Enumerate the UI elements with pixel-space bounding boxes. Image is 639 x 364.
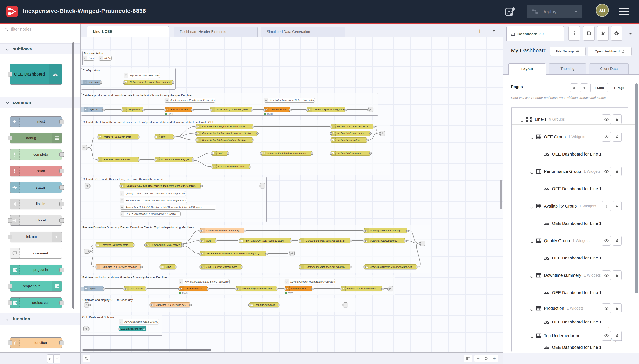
node-linkout4[interactable]: [380, 131, 385, 136]
palette-category-function[interactable]: function: [0, 313, 80, 325]
visibility-eye-button[interactable]: [602, 270, 611, 280]
palette-node-function[interactable]: ƒfunction: [10, 338, 62, 348]
node-downdata7[interactable]: DowntimeData: [285, 286, 312, 291]
node-linkin5[interactable]: [85, 183, 90, 188]
zoom-in-button[interactable]: +: [490, 355, 498, 362]
sidebar-menu-caret-icon[interactable]: [629, 32, 632, 35]
node-linkout6[interactable]: [420, 241, 425, 246]
zoom-reset-button[interactable]: [482, 355, 490, 362]
node-calctarget4[interactable]: Calculate the total target output of tod…: [196, 138, 253, 142]
visibility-eye-button[interactable]: [602, 114, 611, 124]
node-inject7[interactable]: inject ↻: [84, 286, 104, 291]
chevron-down-icon[interactable]: [530, 136, 533, 138]
chevron-down-icon[interactable]: [530, 170, 533, 172]
node-calcoee5[interactable]: Calculate OEE and other metrics, then st…: [120, 183, 201, 188]
chevron-down-icon[interactable]: [530, 307, 533, 309]
node-retrievedown4[interactable]: Retrieve Downtime Data: [98, 157, 139, 162]
unlock-button[interactable]: [612, 201, 622, 211]
visibility-eye-button[interactable]: [602, 331, 611, 340]
tree-row-widget-10[interactable]: OEE Dashboard for Line 1: [512, 288, 639, 298]
palette-node-status[interactable]: status: [10, 182, 62, 193]
expand-all-pages-button[interactable]: [580, 84, 588, 92]
node-calcsum6[interactable]: ƒCalculate Downtime Summery: [200, 228, 244, 233]
node-setoeetrend8[interactable]: set msg.oeeTrend: [249, 302, 279, 308]
sidebar-scrollbar[interactable]: [635, 84, 638, 294]
node-setrecent6[interactable]: set msg.recentDowntime: [364, 238, 405, 243]
palette-node-project-out[interactable]: project out: [10, 281, 62, 292]
node-license[interactable]: License: [83, 56, 95, 60]
node-split6a[interactable]: split: [200, 238, 216, 243]
palette-node-catch[interactable]: catch: [10, 166, 62, 176]
node-oeedash9[interactable]: OEE Dashboard for Line 1: [119, 326, 146, 331]
unlock-button[interactable]: [612, 270, 622, 280]
debug-bug-button[interactable]: [597, 26, 608, 40]
visibility-eye-button[interactable]: [602, 201, 611, 211]
node-timestamp[interactable]: timestamp ↻: [82, 80, 101, 85]
deploy-button[interactable]: Deploy: [527, 5, 582, 18]
chevron-down-icon[interactable]: [520, 118, 523, 120]
palette-node-inject[interactable]: inject: [10, 116, 62, 127]
info-button[interactable]: [568, 26, 580, 40]
flow-tab-3[interactable]: Simulated Data Generation: [260, 27, 346, 37]
chevron-down-icon[interactable]: [530, 205, 533, 207]
node-linkin9[interactable]: [84, 326, 89, 331]
node-sortoee6[interactable]: Sort OEE from worst to best: [200, 264, 241, 270]
unlock-button[interactable]: [612, 331, 622, 340]
inject-button[interactable]: [81, 107, 84, 112]
node-combine6a[interactable]: Combine the data back into an array.: [299, 238, 350, 243]
node-retrievedown6[interactable]: Retrieve Downtime Data: [96, 242, 134, 248]
unlock-button[interactable]: [612, 304, 622, 313]
tree-row-widget-4[interactable]: OEE Dashboard for Line 1: [512, 184, 639, 194]
node-storedown7[interactable]: store in msg.DowntimeData: [341, 286, 382, 291]
node-storeprod3[interactable]: store in msg.production_data: [210, 107, 252, 112]
add-page-button[interactable]: + Page: [610, 83, 628, 92]
unlock-button[interactable]: [612, 166, 622, 176]
edit-settings-button[interactable]: Edit Settings: [550, 47, 585, 56]
user-avatar[interactable]: su: [596, 4, 609, 17]
node-readme[interactable]: README: [99, 56, 112, 60]
deploy-caret-icon[interactable]: [574, 10, 578, 13]
palette-node-link-in[interactable]: link in: [10, 199, 62, 209]
node-linkout6b[interactable]: [289, 251, 294, 256]
unlock-button[interactable]: [612, 132, 622, 142]
node-calcday8[interactable]: ƒcalculate OEE for each day: [150, 302, 190, 308]
flow-canvas[interactable]: DocumentationConfigurationRetrieve produ…: [81, 37, 503, 352]
palette-scrollbar[interactable]: [73, 42, 74, 309]
node-a5[interactable]: Availavity = (Total Shift Duration - Tot…: [120, 204, 216, 210]
navigator-button[interactable]: [464, 355, 472, 362]
node-ki9[interactable]: Key Instructions: Read Before Proceeding: [119, 319, 159, 324]
node-setflowdown4[interactable]: set flow.total_downtime: [331, 150, 370, 156]
node-storeprod7[interactable]: store in msg.ProductionData: [236, 286, 277, 291]
flow-tab-2[interactable]: Dashboard Header Elements: [174, 27, 258, 37]
node-inject3[interactable]: inject ↻: [83, 107, 103, 112]
inject-button[interactable]: [81, 80, 83, 85]
node-split4b[interactable]: split: [212, 150, 228, 156]
inject-button[interactable]: [81, 286, 84, 291]
zoom-out-button[interactable]: −: [474, 355, 482, 362]
config-gear-button[interactable]: [611, 26, 622, 40]
tree-row-widget-6[interactable]: OEE Dashboard for Line 1: [512, 218, 639, 228]
sidebar-tab-layout[interactable]: Layout: [508, 63, 546, 74]
node-split4a[interactable]: split: [155, 134, 174, 139]
chevron-down-icon[interactable]: [530, 274, 533, 276]
palette-search-input[interactable]: filter nodes: [0, 24, 80, 35]
node-setshift2[interactable]: Set and store the current line and shift…: [124, 80, 173, 85]
node-retrieveprod4[interactable]: Retrieve Production Data: [98, 134, 139, 139]
unlock-button[interactable]: [612, 236, 622, 246]
node-linkout3[interactable]: [368, 107, 373, 112]
node-storedown3[interactable]: store in msg.downtime_data: [307, 107, 345, 112]
flow-tab-1[interactable]: Line-1 OEE: [87, 26, 169, 37]
tree-row-widget-14[interactable]: OEE Dashboard for Line 1: [512, 342, 639, 352]
palette-category-common[interactable]: common: [0, 97, 80, 108]
node-ki3a[interactable]: Key Instructions: Read Before Proceeding: [165, 98, 215, 102]
node-linkout8[interactable]: [343, 302, 348, 308]
tree-row-widget-2[interactable]: OEE Dashboard for Line 1: [512, 149, 639, 159]
node-o5[interactable]: OEE = (Availability) * (Performance) * (…: [120, 211, 181, 216]
add-link-button[interactable]: + Link: [590, 83, 608, 92]
ai-flow-icon[interactable]: [505, 6, 516, 17]
chevron-down-icon[interactable]: [530, 335, 533, 337]
node-calcdown4[interactable]: Calculate the total downtime duration: [261, 150, 312, 156]
node-isempty6[interactable]: Is Downtime Data Empty?: [145, 242, 182, 248]
node-linkin6[interactable]: [84, 248, 89, 254]
node-combine6b[interactable]: Combine the data back into an array.: [299, 264, 350, 270]
